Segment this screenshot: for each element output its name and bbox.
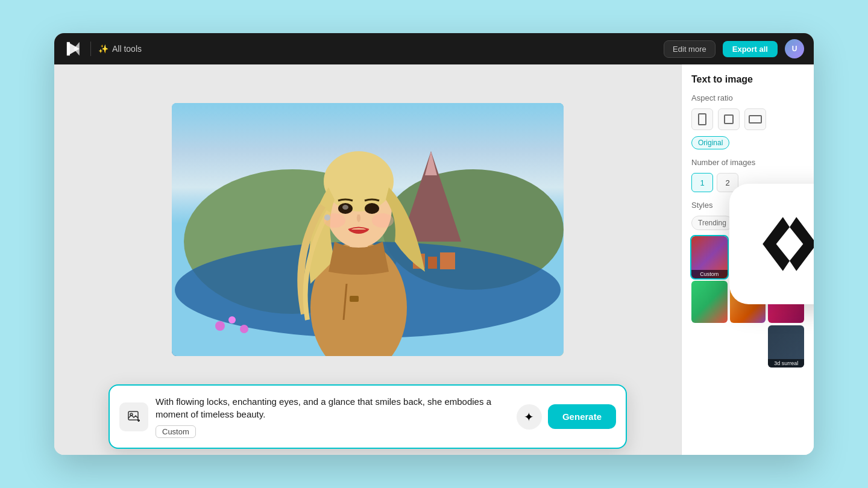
- prompt-text-area: With flowing locks, enchanting eyes, and…: [156, 395, 509, 438]
- capcut-logo-svg: [65, 40, 82, 57]
- ar-square-option[interactable]: [718, 108, 740, 130]
- image-add-button[interactable]: [119, 402, 148, 431]
- generate-button[interactable]: Generate: [548, 404, 616, 429]
- capcut-logo-large: [747, 202, 814, 286]
- prompt-actions: ✦ Generate: [517, 404, 616, 430]
- style-card-surreal-label: 3d surreal: [768, 359, 804, 368]
- sparkle-icon: ✦: [524, 410, 534, 424]
- panel-title: Text to image: [691, 74, 804, 85]
- aspect-ratio-options: [691, 108, 804, 130]
- user-avatar[interactable]: U: [785, 39, 804, 58]
- style-card-custom-label: Custom: [691, 270, 728, 278]
- canvas-area: With flowing locks, enchanting eyes, and…: [54, 64, 681, 455]
- svg-point-15: [240, 325, 248, 333]
- svg-point-19: [324, 151, 394, 211]
- ar-landscape-icon: [749, 115, 762, 124]
- svg-rect-12: [440, 252, 455, 269]
- svg-point-13: [215, 321, 225, 331]
- svg-point-25: [324, 214, 330, 221]
- illustration-svg: [172, 103, 564, 356]
- svg-point-24: [372, 213, 394, 228]
- generated-image: [172, 103, 564, 356]
- svg-point-21: [365, 203, 379, 214]
- svg-rect-1: [67, 42, 70, 55]
- aspect-ratio-label: Aspect ratio: [691, 93, 804, 102]
- style-card-custom[interactable]: Custom: [691, 236, 728, 278]
- num-images-label: Number of images: [691, 158, 804, 167]
- style-card-row2-1[interactable]: [691, 281, 728, 323]
- svg-marker-2: [74, 42, 80, 55]
- ar-landscape-option[interactable]: [744, 108, 766, 130]
- avatar-initial: U: [792, 45, 797, 53]
- prompt-text[interactable]: With flowing locks, enchanting eyes, and…: [156, 395, 509, 421]
- wand-icon: ✨: [98, 44, 108, 54]
- image-add-icon: [127, 410, 141, 424]
- export-all-button[interactable]: Export all: [723, 41, 778, 57]
- ar-portrait-option[interactable]: [691, 108, 713, 130]
- ar-selected-label: Original: [691, 136, 729, 149]
- navbar: ✨ All tools Edit more Export all U: [54, 33, 814, 64]
- svg-rect-26: [350, 296, 359, 302]
- edit-more-button[interactable]: Edit more: [664, 40, 715, 58]
- style-tab-trending[interactable]: Trending: [691, 216, 733, 230]
- svg-point-14: [228, 316, 236, 324]
- svg-rect-27: [128, 411, 138, 420]
- ar-square-icon: [724, 114, 734, 124]
- style-card-row2-1-img: [691, 281, 728, 323]
- num-option-1[interactable]: 1: [691, 173, 713, 192]
- all-tools-label: All tools: [112, 44, 142, 54]
- all-tools-button[interactable]: ✨ All tools: [98, 44, 142, 54]
- main-content: With flowing locks, enchanting eyes, and…: [54, 64, 814, 455]
- capcut-nav-logo[interactable]: [64, 39, 83, 58]
- nav-divider: [90, 42, 91, 56]
- prompt-tag[interactable]: Custom: [156, 425, 196, 438]
- style-card-surreal[interactable]: 3d surreal: [768, 325, 804, 368]
- sparkle-button[interactable]: ✦: [517, 404, 542, 430]
- prompt-box: With flowing locks, enchanting eyes, and…: [108, 384, 627, 449]
- capcut-logo-overlay: [729, 184, 814, 304]
- image-inner: [172, 103, 564, 356]
- svg-point-22: [342, 205, 348, 210]
- app-window: ✨ All tools Edit more Export all U: [54, 33, 814, 455]
- svg-rect-11: [428, 257, 437, 269]
- ar-portrait-icon: [698, 113, 706, 125]
